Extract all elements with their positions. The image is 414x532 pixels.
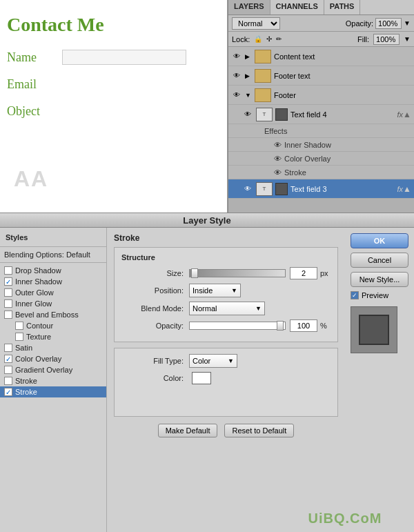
opacity-label: Opacity: [121, 322, 184, 330]
arrow-icon[interactable]: ▶ [245, 72, 253, 79]
style-item-pattern-overlay[interactable]: Stroke [0, 375, 106, 386]
inner-glow-checkbox[interactable] [4, 299, 12, 308]
texture-checkbox[interactable] [15, 333, 23, 341]
style-item-satin[interactable]: Satin [0, 342, 106, 353]
dialog-title: Layer Style [183, 215, 230, 226]
layer-text-field-3[interactable]: 👁 T Text field 3 fx ▲ [228, 179, 414, 199]
paint-icon[interactable]: ✏ [276, 35, 282, 43]
blend-mode-select[interactable]: Normal [232, 17, 280, 30]
opacity-input[interactable]: 100% [375, 18, 402, 29]
fill-arrow[interactable]: ▼ [404, 35, 411, 43]
dialog-titlebar: Layer Style [0, 213, 414, 228]
opacity-slider[interactable] [189, 322, 286, 330]
color-overlay-checkbox[interactable] [4, 355, 12, 363]
layer-thumb: T [256, 182, 273, 196]
position-label: Position: [121, 286, 184, 295]
stroke-checkbox[interactable] [4, 388, 12, 396]
opacity-slider-thumb[interactable] [277, 321, 284, 331]
eye-icon[interactable]: 👁 [231, 90, 242, 101]
style-item-color-overlay[interactable]: Color Overlay [0, 353, 106, 364]
style-item-inner-shadow[interactable]: Inner Shadow [0, 276, 106, 287]
size-input[interactable] [290, 267, 317, 279]
fill-type-value: Color [193, 357, 210, 365]
tab-layers[interactable]: LAYERS [228, 0, 270, 14]
move-icon[interactable]: ✢ [266, 35, 272, 43]
bevel-emboss-checkbox[interactable] [4, 311, 12, 319]
layer-name: Footer text [274, 72, 411, 80]
name-row: Name [7, 50, 220, 65]
eye-icon[interactable]: 👁 [231, 70, 242, 81]
preview-thumbnail [351, 306, 397, 353]
size-slider[interactable] [189, 269, 286, 277]
arrow-icon[interactable]: ▶ [245, 53, 253, 60]
layer-footer-text[interactable]: 👁 ▶ Footer text [228, 66, 414, 86]
gradient-overlay-checkbox[interactable] [4, 366, 12, 374]
eye-icon[interactable]: 👁 [242, 109, 253, 120]
inner-shadow-checkbox[interactable] [4, 277, 12, 286]
layer-footer[interactable]: 👁 ▼ Footer [228, 86, 414, 105]
pattern-overlay-checkbox[interactable] [4, 377, 12, 385]
style-item-contour[interactable]: Contour [0, 320, 106, 331]
object-row: Object [7, 104, 220, 119]
effect-color-overlay[interactable]: 👁 Color Overlay [228, 152, 414, 166]
style-item-outer-glow[interactable]: Outer Glow [0, 287, 106, 298]
stroke-section-title: Stroke [114, 233, 338, 243]
eye-icon[interactable]: 👁 [231, 51, 242, 62]
cancel-button[interactable]: Cancel [351, 253, 408, 268]
layer-name: Footer [274, 91, 411, 99]
tab-channels[interactable]: CHANNELS [270, 0, 324, 14]
style-item-drop-shadow[interactable]: Drop Shadow [0, 265, 106, 276]
layer-text-field-4[interactable]: 👁 T Text field 4 fx ▲ [228, 105, 414, 124]
fill-type-select[interactable]: Color ▼ [189, 354, 237, 368]
size-unit: px [320, 269, 328, 277]
fill-input[interactable] [373, 34, 400, 45]
make-default-button[interactable]: Make Default [158, 424, 218, 437]
blend-mode-label: Blend Mode: [121, 304, 184, 313]
folder-thumb [255, 69, 271, 83]
tab-paths[interactable]: PATHS [324, 0, 361, 14]
blend-mode-row: Blend Mode: Normal ▼ [121, 302, 331, 315]
style-item-stroke[interactable]: Stroke [0, 386, 106, 397]
arrow-icon[interactable]: ▼ [245, 92, 253, 99]
opacity-input[interactable] [290, 319, 317, 332]
satin-checkbox[interactable] [4, 344, 12, 352]
contour-checkbox[interactable] [15, 322, 23, 330]
lock-label: Lock: [232, 35, 250, 43]
eye-icon[interactable]: 👁 [242, 184, 253, 195]
size-slider-thumb[interactable] [191, 268, 198, 278]
effect-stroke[interactable]: 👁 Stroke [228, 166, 414, 179]
eye-icon[interactable]: 👁 [274, 155, 282, 163]
blend-mode-select[interactable]: Normal ▼ [189, 302, 265, 315]
preview-checkbox[interactable] [351, 291, 359, 299]
texture-label: Texture [26, 333, 51, 341]
gradient-overlay-label: Gradient Overlay [15, 366, 72, 374]
outer-glow-checkbox[interactable] [4, 288, 12, 297]
drop-shadow-checkbox[interactable] [4, 266, 12, 275]
fx-arrow: ▲ [403, 184, 411, 194]
effect-inner-shadow[interactable]: 👁 Inner Shadow [228, 138, 414, 152]
eye-icon[interactable]: 👁 [274, 141, 282, 149]
style-item-inner-glow[interactable]: Inner Glow [0, 298, 106, 309]
layer-name: Text field 3 [290, 185, 395, 193]
opacity-arrow[interactable]: ▼ [404, 19, 411, 27]
lock-icon[interactable]: 🔒 [254, 35, 262, 43]
reset-default-button[interactable]: Reset to Default [224, 424, 294, 437]
layers-tabs: LAYERS CHANNELS PATHS [228, 0, 414, 15]
name-input[interactable] [62, 50, 186, 65]
page-title: Contact Me [7, 14, 220, 36]
color-label: Color: [121, 374, 184, 382]
color-swatch[interactable] [192, 372, 211, 384]
style-item-blending[interactable]: Blending Options: Default [0, 249, 106, 260]
ok-button[interactable]: OK [351, 233, 408, 248]
eye-icon[interactable]: 👁 [274, 168, 282, 177]
chevron-down-icon: ▼ [231, 287, 237, 294]
position-select[interactable]: Inside ▼ [189, 284, 241, 297]
right-panel: OK Cancel New Style... Preview [345, 228, 414, 532]
style-item-gradient-overlay[interactable]: Gradient Overlay [0, 364, 106, 375]
stroke-label: Stroke [15, 388, 37, 396]
style-item-bevel-emboss[interactable]: Bevel and Emboss [0, 309, 106, 320]
style-item-texture[interactable]: Texture [0, 331, 106, 342]
new-style-button[interactable]: New Style... [351, 272, 408, 287]
layer-content-text[interactable]: 👁 ▶ Content text [228, 47, 414, 66]
name-label: Name [7, 50, 62, 65]
